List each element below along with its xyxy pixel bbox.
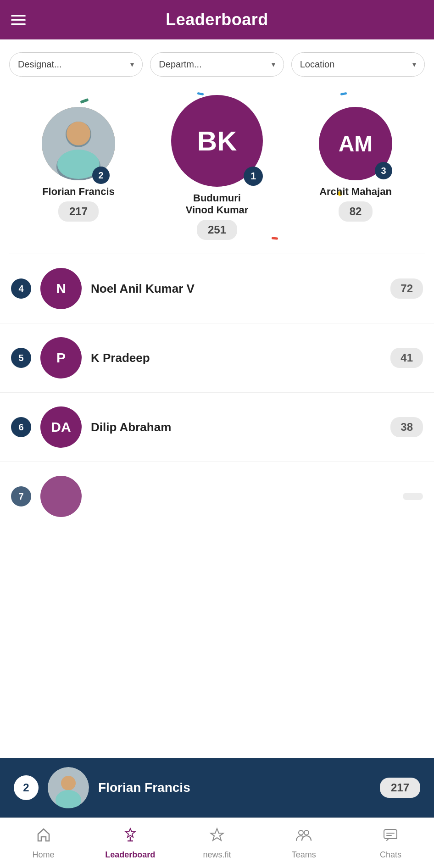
avatar-da: DA [40,406,82,448]
svg-point-6 [61,776,76,790]
rank-badge-5: 5 [11,348,31,368]
rank-badge-1: 1 [244,167,263,186]
user-name-6: Dilip Abraham [91,420,381,434]
menu-button[interactable] [11,15,26,25]
nav-leaderboard-label: Leaderboard [105,850,155,860]
list-item[interactable]: 4 N Noel Anil Kumar V 72 [0,254,434,323]
chats-icon [382,827,399,847]
leaderboard-list: 4 N Noel Anil Kumar V 72 5 P K Pradeep 4… [0,254,434,531]
sticky-user-score: 217 [380,778,420,798]
leaderboard-icon [122,827,139,847]
chevron-down-icon: ▾ [130,60,134,69]
rank-badge-4: 4 [11,278,31,299]
list-item-partial[interactable]: 7 [0,462,434,531]
svg-point-10 [299,830,303,835]
nav-item-chats[interactable]: Chats [347,818,434,868]
nav-newsfit-label: news.fit [203,850,231,860]
designation-filter-label: Designat... [18,59,62,70]
sticky-user-card: 2 Florian Francis 217 [0,758,434,818]
rank-badge-3: 3 [375,162,392,179]
svg-point-4 [67,122,90,145]
chevron-down-icon: ▾ [272,60,275,69]
filters-row: Designat... ▾ Departm... ▾ Location ▾ [0,39,434,86]
teams-icon [295,827,312,847]
location-filter-label: Location [300,59,335,70]
podium-second[interactable]: 2 Florian Francis 217 [9,107,148,222]
home-icon [35,827,52,847]
nav-chats-label: Chats [380,850,401,860]
podium-row: 2 Florian Francis 217 BK 1 Budumuri Vino… [5,95,429,240]
user-score-6: 38 [390,417,423,437]
podium-second-name: Florian Francis [42,186,115,198]
nav-item-newsfit[interactable]: news.fit [173,818,260,868]
location-filter[interactable]: Location ▾ [291,52,425,77]
avatar-p: P [40,337,82,378]
page-title: Leaderboard [166,10,268,29]
user-name-4: Noel Anil Kumar V [91,282,381,296]
rank-badge-6: 6 [11,417,31,437]
nav-item-teams[interactable]: Teams [261,818,347,868]
nav-home-label: Home [33,850,55,860]
nav-item-home[interactable]: Home [0,818,87,868]
avatar-n: N [40,268,82,309]
podium-first-name: Budumuri Vinod Kumar [180,192,254,216]
rank-badge-2: 2 [92,167,110,184]
rank-badge-7: 7 [11,486,31,506]
department-filter-label: Departm... [159,59,201,70]
user-score-5: 41 [390,348,423,368]
svg-rect-12 [384,829,397,839]
nav-item-leaderboard[interactable]: Leaderboard [87,818,173,868]
podium-first-score: 251 [197,220,237,240]
header: Leaderboard [0,0,434,39]
podium-second-score: 217 [58,201,99,222]
list-item[interactable]: 5 P K Pradeep 41 [0,323,434,393]
designation-filter[interactable]: Designat... ▾ [9,52,143,77]
user-score-4: 72 [390,278,423,299]
podium-section: 2 Florian Francis 217 BK 1 Budumuri Vino… [0,86,434,254]
podium-third[interactable]: AM 3 Archit Mahajan 82 [286,107,425,222]
svg-point-11 [304,830,309,835]
list-item[interactable]: 6 DA Dilip Abraham 38 [0,393,434,462]
department-filter[interactable]: Departm... ▾ [150,52,284,77]
sticky-user-name: Florian Francis [98,780,371,795]
sticky-avatar [48,767,89,808]
chevron-down-icon: ▾ [412,60,416,69]
podium-third-score: 82 [339,201,373,222]
avatar-partial [40,476,82,517]
sticky-rank-badge: 2 [14,775,39,800]
podium-first[interactable]: BK 1 Budumuri Vinod Kumar 251 [148,95,286,240]
newsfit-icon [209,827,225,847]
user-score-7 [403,493,423,500]
nav-teams-label: Teams [292,850,316,860]
bottom-navigation: Home Leaderboard news.fit [0,818,434,868]
user-name-5: K Pradeep [91,351,381,365]
podium-third-name: Archit Mahajan [319,186,392,198]
